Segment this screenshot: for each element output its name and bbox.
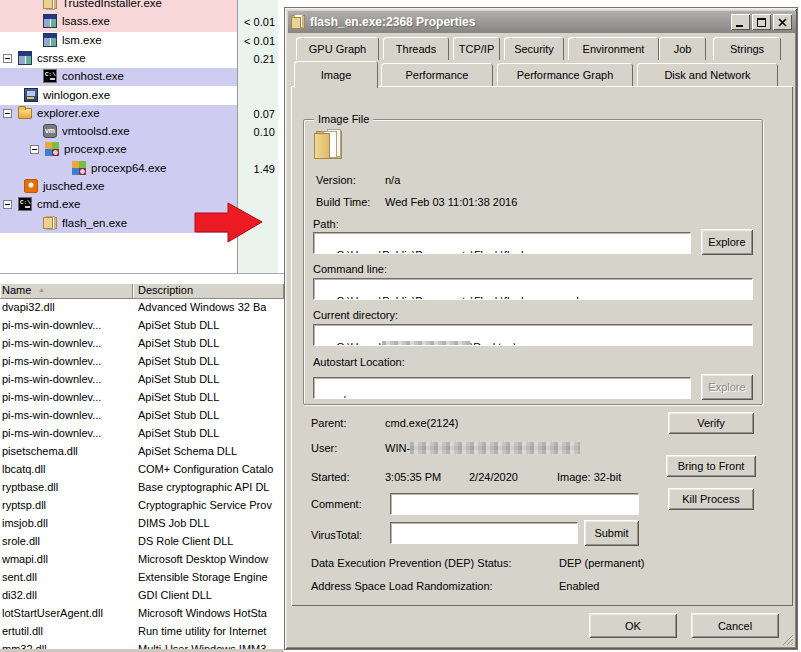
dll-row-sent-dll[interactable]: sent.dllExtensible Storage Engine xyxy=(0,569,284,587)
dll-name: pi-ms-win-downlev... xyxy=(2,373,130,385)
command-line-value: C:\Users\Public\Documents\Flash\flash_en… xyxy=(336,295,579,300)
process-row-trustedinstaller-exe[interactable]: TrustedInstaller.exe xyxy=(0,0,237,13)
dll-row-pi-ms-win-downlev-[interactable]: pi-ms-win-downlev...ApiSet Stub DLL xyxy=(0,407,284,425)
kill-process-button[interactable]: Kill Process xyxy=(668,488,754,510)
collapse-toggle-icon[interactable] xyxy=(3,109,12,118)
dll-row-ryptbase-dll[interactable]: ryptbase.dllBase cryptographic API DL xyxy=(0,479,284,497)
dll-description: ApiSet Stub DLL xyxy=(138,319,284,331)
collapse-toggle-icon[interactable] xyxy=(30,145,39,154)
process-row-winlogon-exe[interactable]: winlogon.exe xyxy=(0,87,237,105)
explore-path-button[interactable]: Explore xyxy=(701,229,753,255)
tab-environment[interactable]: Environment xyxy=(568,37,659,60)
tab-security[interactable]: Security xyxy=(504,37,564,60)
process-row-csrss-exe[interactable]: csrss.exe xyxy=(0,50,237,68)
comment-label: Comment: xyxy=(311,498,362,510)
virustotal-label: VirusTotal: xyxy=(311,529,362,541)
command-line-label: Command line: xyxy=(313,263,387,275)
dll-name: pisetschema.dll xyxy=(2,445,130,457)
process-row-vmtoolsd-exe[interactable]: vmtoolsd.exe xyxy=(0,123,237,141)
tab-strings[interactable]: Strings xyxy=(713,37,781,60)
tab-job[interactable]: Job xyxy=(659,37,706,60)
process-row-conhost-exe[interactable]: conhost.exe xyxy=(0,68,237,86)
dll-row-lotstartuseragent-dll[interactable]: lotStartUserAgent.dllMicrosoft Windows H… xyxy=(0,605,284,623)
process-name: jusched.exe xyxy=(43,180,104,192)
version-value: n/a xyxy=(385,174,400,186)
resize-grip[interactable] xyxy=(781,633,794,646)
pane-splitter[interactable] xyxy=(0,273,284,274)
autostart-location-field[interactable]: n/a xyxy=(313,377,691,399)
dll-row-pi-ms-win-downlev-[interactable]: pi-ms-win-downlev...ApiSet Stub DLL xyxy=(0,353,284,371)
process-row-lsm-exe[interactable]: lsm.exe xyxy=(0,32,237,50)
dll-description: Base cryptographic API DL xyxy=(138,481,284,493)
parent-value: cmd.exe(2124) xyxy=(385,417,458,429)
collapse-toggle-icon[interactable] xyxy=(3,54,12,63)
tab-performance-graph[interactable]: Performance Graph xyxy=(497,63,633,86)
autostart-value: n/a xyxy=(336,394,351,399)
dll-row-pi-ms-win-downlev-[interactable]: pi-ms-win-downlev...ApiSet Stub DLL xyxy=(0,335,284,353)
dll-name: pi-ms-win-downlev... xyxy=(2,391,130,403)
submit-button[interactable]: Submit xyxy=(584,520,639,546)
process-name: flash_en.exe xyxy=(62,217,127,229)
ok-button[interactable]: OK xyxy=(589,613,677,638)
tab-disk-and-network[interactable]: Disk and Network xyxy=(637,63,778,86)
column-header-description[interactable]: Description xyxy=(133,283,284,298)
dll-row-pi-ms-win-downlev-[interactable]: pi-ms-win-downlev...ApiSet Stub DLL xyxy=(0,317,284,335)
command-line-field[interactable]: C:\Users\Public\Documents\Flash\flash_en… xyxy=(313,278,753,300)
path-field[interactable]: C:\Users\Public\Documents\Flash\flash_en… xyxy=(313,232,691,254)
maximize-button[interactable] xyxy=(752,14,771,30)
process-row-lsass-exe[interactable]: lsass.exe xyxy=(0,13,237,31)
dll-row-pi-ms-win-downlev-[interactable]: pi-ms-win-downlev...ApiSet Stub DLL xyxy=(0,389,284,407)
current-directory-prefix: C:\Users\ xyxy=(336,341,382,346)
dll-row-srole-dll[interactable]: srole.dllDS Role Client DLL xyxy=(0,533,284,551)
user-value: WIN- xyxy=(385,442,580,454)
tab-threads[interactable]: Threads xyxy=(383,37,449,60)
cpu-value: 0.10 xyxy=(254,126,275,138)
dll-row-lbcatq-dll[interactable]: lbcatq.dllCOM+ Configuration Catalo xyxy=(0,461,284,479)
console-icon xyxy=(18,197,32,211)
sort-ascending-icon: ▲ xyxy=(38,286,45,293)
dll-row-di32-dll[interactable]: di32.dllGDI Client DLL xyxy=(0,587,284,605)
cancel-button[interactable]: Cancel xyxy=(691,613,779,638)
column-header-name-label: Name xyxy=(2,284,31,296)
tab-image[interactable]: Image xyxy=(294,61,378,88)
dll-description: Run time utility for Internet xyxy=(138,625,284,637)
dll-row-dvapi32-dll[interactable]: dvapi32.dllAdvanced Windows 32 Ba xyxy=(0,299,284,317)
process-row-procexp-exe[interactable]: procexp.exe xyxy=(0,141,237,159)
dll-description: ApiSet Stub DLL xyxy=(138,391,284,403)
dll-row-pi-ms-win-downlev-[interactable]: pi-ms-win-downlev...ApiSet Stub DLL xyxy=(0,425,284,443)
virustotal-field[interactable] xyxy=(390,522,578,544)
dll-description: ApiSet Stub DLL xyxy=(138,355,284,367)
dll-row-ryptsp-dll[interactable]: ryptsp.dllCryptographic Service Prov xyxy=(0,497,284,515)
image-arch: Image: 32-bit xyxy=(557,471,621,483)
close-button[interactable] xyxy=(773,14,792,30)
dll-description: Advanced Windows 32 Ba xyxy=(138,301,284,313)
dll-row-pi-ms-win-downlev-[interactable]: pi-ms-win-downlev...ApiSet Stub DLL xyxy=(0,371,284,389)
dialog-titlebar[interactable]: flash_en.exe:2368 Properties xyxy=(288,11,796,33)
dll-row-ertutil-dll[interactable]: ertutil.dllRun time utility for Internet xyxy=(0,623,284,641)
dll-row-pisetschema-dll[interactable]: pisetschema.dllApiSet Schema DLL xyxy=(0,443,284,461)
tab-gpu-graph[interactable]: GPU Graph xyxy=(296,37,379,60)
dll-row-imsjob-dll[interactable]: imsjob.dllDIMS Job DLL xyxy=(0,515,284,533)
dll-row-wmapi-dll[interactable]: wmapi.dllMicrosoft Desktop Window xyxy=(0,551,284,569)
collapse-toggle-icon[interactable] xyxy=(3,200,12,209)
minimize-button[interactable] xyxy=(731,14,750,30)
comment-field[interactable] xyxy=(390,493,639,515)
process-row-procexp64-exe[interactable]: procexp64.exe xyxy=(0,160,237,178)
redacted-computer-name xyxy=(410,442,580,454)
process-row-jusched-exe[interactable]: jusched.exe xyxy=(0,178,237,196)
column-header-name[interactable]: Name ▲ xyxy=(0,283,133,298)
process-name: explorer.exe xyxy=(37,107,100,119)
process-row-explorer-exe[interactable]: explorer.exe xyxy=(0,105,237,123)
process-name: cmd.exe xyxy=(37,198,80,210)
dll-description: COM+ Configuration Catalo xyxy=(138,463,284,475)
tab-performance[interactable]: Performance xyxy=(381,63,493,86)
folder-yellow-icon xyxy=(18,108,32,119)
verify-button[interactable]: Verify xyxy=(668,412,754,434)
current-directory-suffix: \Desktop\ xyxy=(470,341,516,346)
java-icon xyxy=(24,179,38,193)
bring-to-front-button[interactable]: Bring to Front xyxy=(666,455,756,477)
started-time: 3:05:35 PM xyxy=(385,471,441,483)
current-directory-field[interactable]: C:\Users\\Desktop\ xyxy=(313,324,753,346)
dll-description: Extensible Storage Engine xyxy=(138,571,284,583)
tab-tcpip[interactable]: TCP/IP xyxy=(453,37,500,60)
